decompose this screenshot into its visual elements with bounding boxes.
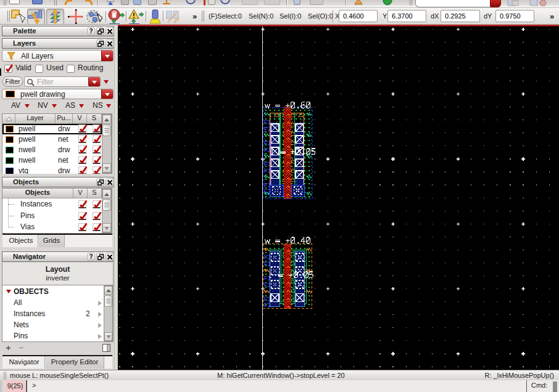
toolbar-overflow-left[interactable]: » [193, 12, 197, 21]
v-column-header[interactable]: V [73, 114, 87, 124]
tool-icon[interactable] [294, 0, 300, 5]
scroll-down-button[interactable] [102, 223, 111, 232]
nv-button[interactable]: NV [38, 101, 48, 110]
cmd-cursor[interactable] [553, 382, 557, 392]
scroll-up-button[interactable] [104, 286, 112, 295]
warning-button[interactable] [127, 9, 144, 25]
layer-v-checkbox[interactable] [78, 145, 86, 153]
layer-filter-dropdown[interactable] [101, 51, 113, 61]
layer-v-checkbox[interactable] [78, 125, 86, 133]
toolbar-grip[interactable] [410, 0, 413, 6]
crosshair-button[interactable] [67, 9, 83, 25]
palette-titlebar[interactable]: Palette ? [2, 26, 114, 36]
tree-group-objects[interactable]: OBJECTS [14, 287, 49, 296]
layer-v-checkbox[interactable] [78, 135, 86, 143]
as-button[interactable]: AS [65, 101, 75, 110]
collapse-icon[interactable] [6, 290, 11, 293]
objects-titlebar[interactable]: Objects [2, 177, 114, 187]
toolbar-grip[interactable] [202, 10, 205, 22]
tab-objects[interactable]: Objects [4, 235, 38, 247]
layer-row-vtg-drw[interactable]: vtgdrw [2, 166, 102, 174]
filter-input[interactable]: Filter [24, 76, 101, 87]
palette-float-button[interactable] [96, 27, 104, 35]
sort-column-header[interactable] [2, 114, 15, 124]
dock-icon[interactable] [102, 344, 110, 352]
layer-s-checkbox[interactable] [93, 166, 101, 174]
y-coord-input[interactable] [387, 10, 426, 22]
stop-button[interactable] [107, 9, 125, 25]
create-wire-button[interactable] [27, 9, 45, 25]
toolbar-grip[interactable] [54, 0, 57, 6]
objects-table-scrollbar[interactable] [102, 189, 112, 233]
tree-item-nets[interactable]: Nets [14, 321, 29, 329]
layer-s-checkbox[interactable] [93, 125, 101, 133]
layer-s-checkbox[interactable] [93, 156, 101, 164]
layer-row-nwell-drw[interactable]: nwelldrw [2, 145, 102, 155]
hierarchy-button[interactable] [46, 9, 64, 25]
tree-item-all[interactable]: All [14, 298, 22, 307]
add-button[interactable]: + [6, 342, 11, 353]
purpose-column-header[interactable]: Pu... [56, 114, 73, 124]
navigator-scrollbar[interactable] [104, 285, 113, 341]
objects-v-column-header[interactable]: V [73, 189, 88, 198]
tab-property-editor[interactable]: Property Editor [45, 356, 104, 369]
tool-icon[interactable] [133, 0, 141, 5]
palette-help-button[interactable]: ? [87, 27, 95, 35]
objects-float-button[interactable] [96, 178, 104, 186]
tab-navigator[interactable]: Navigator [4, 356, 45, 369]
objects-row-instances[interactable]: Instances [2, 198, 102, 210]
zoom-fit-icon[interactable] [106, 0, 115, 6]
tab-grids[interactable]: Grids [38, 235, 65, 247]
routing-checkbox[interactable] [67, 65, 75, 73]
scroll-up-button[interactable] [102, 115, 111, 124]
object-v-checkbox[interactable] [78, 200, 86, 208]
objects-s-column-header[interactable]: S [88, 189, 102, 198]
scroll-down-button[interactable] [104, 332, 112, 341]
expand-icon[interactable] [98, 334, 102, 339]
remove-button[interactable]: − [19, 342, 24, 353]
lamp-button[interactable] [147, 9, 163, 25]
layers-titlebar[interactable]: Layers [2, 38, 114, 49]
tool-icon[interactable] [208, 0, 215, 5]
redo-icon[interactable] [83, 0, 94, 6]
tool-icon[interactable] [148, 0, 157, 5]
layer-s-checkbox[interactable] [93, 135, 101, 143]
toolbar-overflow-right[interactable]: » [550, 12, 554, 21]
av-button[interactable]: AV [11, 101, 20, 110]
tool-icon[interactable] [310, 0, 323, 5]
layers-close-button[interactable] [106, 39, 114, 47]
objects-row-vias[interactable]: Vias [2, 221, 102, 233]
filter-dropdown[interactable] [88, 77, 100, 86]
scrollbar-thumb[interactable] [102, 125, 111, 136]
expand-icon[interactable] [98, 323, 102, 328]
layer-row-pwell-net[interactable]: pwellnet [2, 134, 102, 145]
s-column-header[interactable]: S [87, 114, 102, 124]
layer-s-checkbox[interactable] [93, 145, 101, 153]
layer-v-checkbox[interactable] [78, 156, 86, 164]
command-history-button[interactable]: 9(25) [5, 380, 25, 392]
tree-item-pins[interactable]: Pins [14, 332, 28, 340]
filter-extra-dropdown[interactable] [104, 80, 109, 84]
layer-row-nwell-net[interactable]: nwellnet [2, 155, 102, 166]
objects-row-pins[interactable]: Pins [2, 210, 102, 222]
valid-checkbox[interactable] [4, 65, 12, 73]
layer-column-header[interactable]: Layer [15, 114, 56, 124]
nv-dropdown[interactable] [52, 104, 57, 108]
filter-button[interactable]: Filter [2, 76, 23, 87]
object-s-checkbox[interactable] [93, 200, 101, 208]
navigator-close-button[interactable] [106, 253, 114, 261]
navigator-titlebar[interactable]: Navigator ? [2, 251, 114, 262]
zoom-out-icon[interactable] [220, 0, 232, 6]
dy-coord-input[interactable] [495, 10, 534, 22]
layout-canvas[interactable] [118, 25, 559, 370]
pmos-device[interactable] [263, 107, 313, 199]
dx-coord-input[interactable] [441, 10, 480, 22]
select-shape-button[interactable] [9, 9, 25, 25]
object-s-checkbox[interactable] [93, 223, 101, 231]
object-v-checkbox[interactable] [78, 212, 86, 220]
navigator-help-button[interactable]: ? [87, 253, 95, 261]
av-dropdown[interactable] [25, 104, 30, 108]
save-icon[interactable] [32, 0, 43, 4]
new-file-icon[interactable] [9, 0, 20, 4]
refresh-icon[interactable] [383, 0, 392, 6]
